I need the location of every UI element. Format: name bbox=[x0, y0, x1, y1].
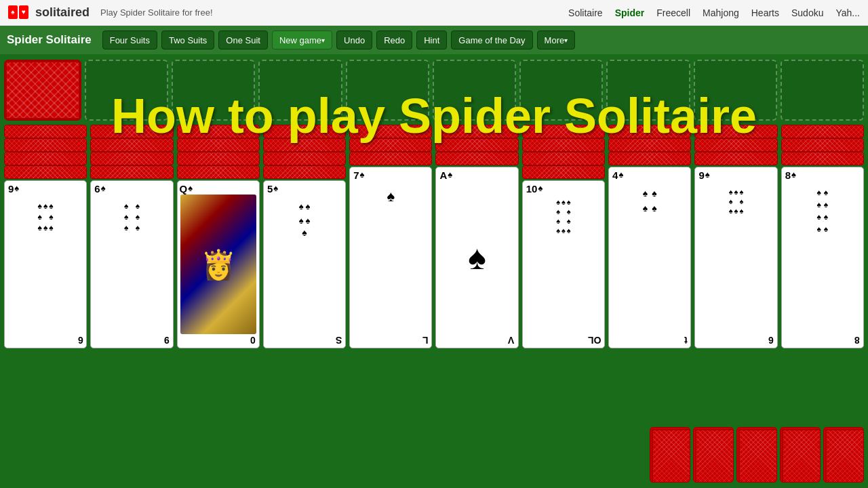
stock-pile-3[interactable] bbox=[736, 427, 777, 483]
redo-button[interactable]: Redo bbox=[376, 30, 412, 49]
col3-bottom: 0 bbox=[250, 335, 256, 346]
stock-pile-5[interactable] bbox=[823, 427, 864, 483]
nav-freecell[interactable]: Freecell bbox=[656, 7, 690, 18]
col9-bottom: 6 bbox=[768, 335, 774, 346]
nav-mahjong[interactable]: Mahjong bbox=[703, 7, 739, 18]
col6-fd2 bbox=[435, 138, 518, 152]
stock-pile-2[interactable] bbox=[693, 427, 734, 483]
column-10: 8♠ ♠♠ ♠♠ ♠♠ ♠♠ 8 bbox=[781, 125, 864, 348]
col9-face-up[interactable]: 9♠ ♠♠♠ ♠♠ ♠♠♠ 6 bbox=[694, 167, 777, 348]
empty-slot-3 bbox=[258, 60, 342, 121]
col8-fd3 bbox=[608, 152, 691, 165]
nav-solitaire[interactable]: Solitaire bbox=[568, 7, 603, 18]
col4-fd2 bbox=[263, 138, 346, 152]
game-of-the-day-button[interactable]: Game of the Day bbox=[451, 30, 532, 49]
col10-bottom: 8 bbox=[854, 335, 860, 346]
col2-bottom: 9 bbox=[164, 335, 170, 346]
col9-fd3 bbox=[694, 152, 777, 165]
col3-fd1 bbox=[177, 125, 260, 138]
empty-slot-2 bbox=[172, 60, 255, 121]
col5-fd2 bbox=[349, 138, 432, 152]
col9-fd1 bbox=[694, 125, 777, 138]
logo-card-right: ♥ bbox=[19, 5, 28, 19]
col10-fd3 bbox=[781, 152, 864, 165]
col7-fd3 bbox=[522, 152, 605, 165]
empty-slot-1 bbox=[85, 60, 168, 121]
col6-rank: A♠ bbox=[439, 169, 514, 181]
col8-fd1 bbox=[608, 125, 691, 138]
col1-rank: 9♠ bbox=[8, 183, 83, 195]
nav-sudoku[interactable]: Sudoku bbox=[791, 7, 823, 18]
col8-rank: 4♠ bbox=[612, 169, 687, 181]
stock-pile-4[interactable] bbox=[780, 427, 821, 483]
logo-text: solitaired bbox=[35, 5, 90, 20]
two-suits-button[interactable]: Two Suits bbox=[161, 30, 214, 49]
col8-bottom: t bbox=[684, 335, 688, 346]
col2-face-up[interactable]: 6♠ ♠♠ ♠♠ ♠♠ 9 bbox=[90, 180, 173, 348]
nav-yah[interactable]: Yah... bbox=[835, 7, 860, 18]
col9-rank: 9♠ bbox=[698, 169, 773, 181]
col9-fd2 bbox=[694, 138, 777, 152]
empty-slot-5 bbox=[433, 60, 516, 121]
column-9: 9♠ ♠♠♠ ♠♠ ♠♠♠ 6 bbox=[694, 125, 777, 348]
col5-face-up[interactable]: 7♠ ♠ L bbox=[349, 167, 432, 348]
empty-slot-4 bbox=[346, 60, 429, 121]
column-3: Q♠ 👸 0 bbox=[177, 125, 260, 348]
hint-button[interactable]: Hint bbox=[416, 30, 447, 49]
column-6: A♠ ♠ V bbox=[435, 125, 518, 348]
col5-fd3 bbox=[349, 152, 432, 165]
header: ♠ ♥ solitaired Play Spider Solitaire for… bbox=[0, 0, 868, 26]
col1-center-pips: ♠♠♠ ♠♠ ♠♠♠ bbox=[38, 201, 54, 232]
col4-rank: 5♠ bbox=[267, 183, 342, 195]
col10-fd2 bbox=[781, 138, 864, 152]
page-title: Spider Solitaire bbox=[7, 33, 92, 47]
col4-fd4 bbox=[263, 165, 346, 179]
one-suit-button[interactable]: One Suit bbox=[218, 30, 268, 49]
four-suits-button[interactable]: Four Suits bbox=[102, 30, 157, 49]
empty-slot-6 bbox=[519, 60, 603, 121]
nav-spider[interactable]: Spider bbox=[615, 7, 645, 18]
nav-hearts[interactable]: Hearts bbox=[751, 7, 779, 18]
stock-row bbox=[4, 60, 864, 121]
stock-pile-area[interactable] bbox=[650, 427, 864, 483]
col6-fd1 bbox=[435, 125, 518, 138]
column-4: 5♠ ♠♠ ♠♠ ♠ S bbox=[263, 125, 346, 348]
col7-fd2 bbox=[522, 138, 605, 152]
col7-fd1 bbox=[522, 125, 605, 138]
col4-face-up[interactable]: 5♠ ♠♠ ♠♠ ♠ S bbox=[263, 180, 346, 348]
game-area: How to play Spider Solitaire 9♠ bbox=[0, 54, 868, 488]
col7-face-up[interactable]: 10♠ ♠♠♠ ♠♠ ♠♠ ♠♠♠ OL bbox=[522, 180, 605, 348]
col1-fd2 bbox=[4, 138, 87, 152]
more-button[interactable]: More bbox=[537, 30, 576, 49]
col1-fd4 bbox=[4, 165, 87, 179]
undo-button[interactable]: Undo bbox=[336, 30, 372, 49]
col5-bottom: L bbox=[422, 335, 429, 346]
column-2: 6♠ ♠♠ ♠♠ ♠♠ 9 bbox=[90, 125, 173, 348]
stock-card[interactable] bbox=[4, 60, 81, 121]
col1-fd1 bbox=[4, 125, 87, 138]
col7-bottom: OL bbox=[588, 335, 601, 346]
col7-fd4 bbox=[522, 165, 605, 179]
col3-fd4 bbox=[177, 165, 260, 179]
col5-rank: 7♠ bbox=[353, 169, 428, 181]
logo-card-left: ♠ bbox=[8, 5, 18, 19]
col4-fd1 bbox=[263, 125, 346, 138]
stock-pile-1[interactable] bbox=[650, 427, 690, 483]
col1-face-up[interactable]: 9♠ ♠♠♠ ♠♠ ♠♠♠ 6 bbox=[4, 180, 87, 348]
tagline: Play Spider Solitaire for free! bbox=[100, 7, 568, 18]
column-7: 10♠ ♠♠♠ ♠♠ ♠♠ ♠♠♠ OL bbox=[522, 125, 605, 348]
column-8: 4♠ ♠♠ ♠♠ t bbox=[608, 125, 691, 348]
toolbar: Spider Solitaire Four Suits Two Suits On… bbox=[0, 26, 868, 54]
col2-fd1 bbox=[90, 125, 173, 138]
col2-fd4 bbox=[90, 165, 173, 179]
col3-face-up[interactable]: Q♠ 👸 0 bbox=[177, 180, 260, 348]
col7-rank: 10♠ bbox=[526, 183, 601, 195]
new-game-button[interactable]: New game bbox=[272, 30, 332, 49]
col2-fd3 bbox=[90, 152, 173, 165]
col3-fd2 bbox=[177, 138, 260, 152]
col2-rank: 6♠ bbox=[94, 183, 169, 195]
col8-face-up[interactable]: 4♠ ♠♠ ♠♠ t bbox=[608, 167, 691, 348]
col10-face-up[interactable]: 8♠ ♠♠ ♠♠ ♠♠ ♠♠ 8 bbox=[781, 167, 864, 348]
col6-face-up[interactable]: A♠ ♠ V bbox=[435, 167, 518, 348]
empty-slot-9 bbox=[781, 60, 864, 121]
